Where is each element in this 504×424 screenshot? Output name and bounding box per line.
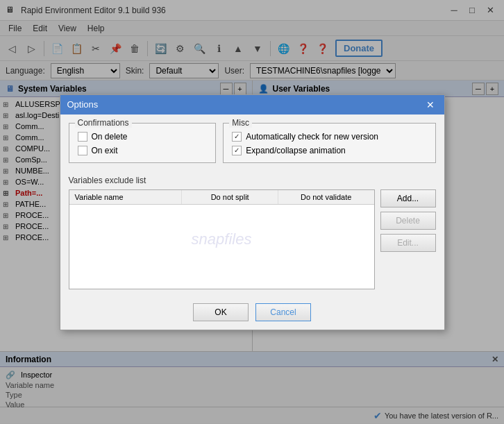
exclude-buttons: Add... Delete Edit... <box>380 189 436 289</box>
delete-button[interactable]: Delete <box>380 212 436 230</box>
modal-overlay: Options ✕ Confirmations On delete <box>0 0 504 424</box>
modal-footer: OK Cancel <box>60 298 444 330</box>
misc-content: ✓ Automatically check for new version ✓ … <box>232 132 426 155</box>
expand-anim-label: Expand/collapse animation <box>246 146 345 155</box>
cancel-button[interactable]: Cancel <box>255 303 311 321</box>
expand-anim-checkbox-row[interactable]: ✓ Expand/collapse animation <box>232 146 426 155</box>
modal-top-sections: Confirmations On delete On exit <box>69 123 436 163</box>
exclude-content: Variable name Do not split Do not valida… <box>69 189 436 289</box>
auto-check-checkbox-row[interactable]: ✓ Automatically check for new version <box>232 132 426 142</box>
col-novalidate: Do not validate <box>278 190 374 204</box>
exclude-table-header: Variable name Do not split Do not valida… <box>69 190 374 205</box>
exclude-section: Variables exclude list Variable name Do … <box>69 176 436 289</box>
confirmations-title: Confirmations <box>75 118 132 128</box>
on-delete-checkbox[interactable] <box>78 132 87 142</box>
misc-title: Misc <box>229 118 252 128</box>
options-dialog: Options ✕ Confirmations On delete <box>60 94 445 330</box>
modal-close-button[interactable]: ✕ <box>423 98 437 112</box>
auto-check-label: Automatically check for new version <box>246 132 378 142</box>
confirmations-content: On delete On exit <box>78 132 208 155</box>
watermark: snapfiles <box>192 230 252 248</box>
on-exit-checkbox-row[interactable]: On exit <box>78 146 208 155</box>
modal-title: Options <box>67 99 423 110</box>
auto-check-checkbox[interactable]: ✓ <box>232 132 242 142</box>
on-exit-checkbox[interactable] <box>78 146 87 155</box>
col-nosplit: Do not split <box>182 190 278 204</box>
expand-anim-checkbox[interactable]: ✓ <box>232 146 242 155</box>
col-varname: Variable name <box>69 190 183 204</box>
on-delete-checkbox-row[interactable]: On delete <box>78 132 208 142</box>
on-delete-label: On delete <box>92 132 128 142</box>
add-button[interactable]: Add... <box>380 189 436 207</box>
modal-title-bar: Options ✕ <box>60 95 444 115</box>
modal-body: Confirmations On delete On exit <box>60 115 444 298</box>
exclude-title: Variables exclude list <box>69 176 436 185</box>
confirmations-group: Confirmations On delete On exit <box>69 123 217 163</box>
app-wrapper: 🖥 Rapid Environment Editor 9.1 build 936… <box>0 0 504 424</box>
misc-group: Misc ✓ Automatically check for new versi… <box>223 123 435 163</box>
ok-button[interactable]: OK <box>193 303 249 321</box>
exclude-table: Variable name Do not split Do not valida… <box>69 189 375 289</box>
on-exit-label: On exit <box>92 146 118 155</box>
edit-button[interactable]: Edit... <box>380 234 436 252</box>
